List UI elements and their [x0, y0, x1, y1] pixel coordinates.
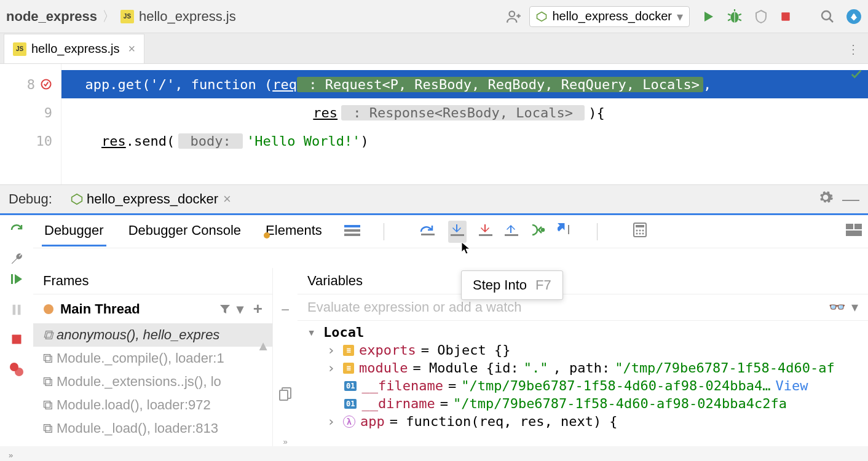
- variable-tree[interactable]: ▾Local ›≡exports = Object {} ›≡module = …: [298, 321, 868, 433]
- search-button[interactable]: [820, 9, 835, 24]
- stack-frame[interactable]: ⧉Module._compile(), loader:1: [33, 347, 272, 370]
- svg-point-22: [636, 229, 637, 231]
- tab-debugger[interactable]: Debugger: [42, 216, 106, 246]
- evaluate-button[interactable]: [633, 223, 647, 241]
- breadcrumb[interactable]: node_express 〉 JS hello_express.js: [6, 7, 236, 26]
- eval-input[interactable]: Evaluate expression or add a watch: [307, 299, 829, 315]
- step-over-button[interactable]: [420, 223, 436, 240]
- svg-rect-21: [636, 225, 644, 227]
- editor-tab[interactable]: JS hello_express.js ×: [4, 34, 144, 63]
- breadcrumb-project[interactable]: node_express: [6, 9, 97, 25]
- svg-marker-9: [72, 194, 82, 205]
- js-file-icon: JS: [13, 42, 26, 56]
- threads-icon[interactable]: [344, 224, 360, 240]
- more-vars-icon[interactable]: »: [283, 437, 287, 446]
- svg-rect-13: [344, 234, 360, 236]
- svg-point-0: [510, 11, 515, 17]
- svg-rect-11: [344, 225, 360, 227]
- code-editor[interactable]: 8 9 10 app.get('/', function (req : Requ…: [0, 64, 868, 184]
- svg-point-36: [15, 368, 23, 376]
- svg-marker-1: [537, 12, 546, 21]
- tab-menu-icon[interactable]: ⋮: [847, 42, 859, 57]
- node-icon: [71, 193, 83, 205]
- step-into-button[interactable]: [448, 221, 467, 243]
- pause-button[interactable]: [10, 303, 23, 318]
- stack-frame[interactable]: ⧉Module._extensions..js(), lo: [33, 370, 272, 393]
- view-link[interactable]: View: [775, 378, 808, 393]
- svg-point-23: [639, 229, 641, 231]
- stop-button[interactable]: [779, 10, 792, 23]
- svg-point-5: [822, 11, 831, 20]
- frames-header: Frames: [33, 268, 272, 294]
- force-step-into-button[interactable]: [479, 223, 492, 240]
- run-button[interactable]: [701, 9, 716, 24]
- chevron-down-icon[interactable]: ▾: [237, 301, 243, 317]
- more-button[interactable]: »: [9, 451, 13, 460]
- close-tab-icon[interactable]: ×: [128, 42, 135, 56]
- copy-icon[interactable]: [279, 387, 291, 403]
- check-icon: [850, 68, 863, 84]
- svg-rect-16: [479, 234, 492, 236]
- svg-point-24: [642, 229, 644, 231]
- drop-frame-button[interactable]: [558, 223, 574, 240]
- collapse-icon[interactable]: −: [281, 301, 290, 318]
- debug-panel-header: Debug: hello_express_docker × —: [0, 184, 868, 215]
- svg-rect-12: [344, 229, 360, 232]
- thread-row[interactable]: Main Thread ▾ +: [33, 294, 272, 323]
- debug-button[interactable]: [727, 9, 743, 25]
- svg-point-10: [264, 232, 270, 238]
- step-out-button[interactable]: [505, 223, 518, 240]
- svg-point-37: [44, 304, 53, 314]
- svg-rect-30: [846, 230, 862, 236]
- gear-icon[interactable]: [818, 189, 834, 209]
- svg-rect-33: [18, 305, 21, 315]
- svg-rect-28: [846, 224, 853, 229]
- resume-button[interactable]: [9, 272, 24, 288]
- breadcrumb-file[interactable]: hello_express.js: [139, 9, 236, 25]
- gutter[interactable]: 8 9 10: [0, 64, 61, 184]
- stop-debug-button[interactable]: [10, 333, 23, 347]
- add-frame-icon[interactable]: +: [253, 299, 262, 318]
- run-config-selector[interactable]: hello_express_docker ▾: [529, 6, 690, 27]
- stack-frame[interactable]: ⧉anonymous(), hello_expres: [33, 323, 272, 347]
- svg-rect-29: [854, 224, 862, 229]
- svg-rect-4: [781, 12, 789, 20]
- stack-frame[interactable]: ⧉Module._load(), loader:813: [33, 417, 272, 440]
- svg-point-27: [642, 232, 644, 234]
- coverage-button[interactable]: [754, 9, 768, 24]
- run-to-cursor-button[interactable]: [531, 223, 545, 240]
- stack-frame[interactable]: ⧉Module.load(), loader:972: [33, 393, 272, 417]
- tab-elements[interactable]: Elements: [263, 216, 325, 246]
- editor-tabs: JS hello_express.js × ⋮: [0, 33, 868, 64]
- user-icon[interactable]: [506, 9, 522, 25]
- svg-rect-31: [11, 274, 13, 284]
- step-into-tooltip: Step Into F7: [461, 270, 563, 300]
- switch-frames-hint[interactable]: Switch frames from anywhere ..×: [33, 440, 272, 446]
- svg-line-6: [829, 18, 833, 22]
- debug-session-tab[interactable]: hello_express_docker: [87, 191, 218, 207]
- variables-header: Variables: [298, 268, 868, 294]
- chevron-down-icon[interactable]: ▾: [851, 299, 858, 315]
- svg-point-18: [542, 229, 544, 231]
- cursor-icon: [460, 241, 473, 256]
- svg-rect-17: [505, 234, 518, 236]
- tab-debugger-console[interactable]: Debugger Console: [126, 216, 243, 246]
- svg-point-26: [639, 232, 641, 234]
- js-file-icon: JS: [120, 10, 134, 23]
- svg-rect-34: [12, 335, 22, 344]
- svg-point-25: [636, 232, 637, 234]
- layout-button[interactable]: [846, 224, 862, 240]
- svg-rect-14: [421, 234, 435, 235]
- glasses-icon[interactable]: 👓: [829, 299, 845, 315]
- svg-rect-38: [280, 390, 288, 400]
- close-session-icon[interactable]: ×: [223, 191, 231, 207]
- settings-wrench-icon[interactable]: [10, 253, 23, 268]
- filter-icon[interactable]: [219, 304, 231, 315]
- sync-button[interactable]: [846, 9, 862, 25]
- rerun-button[interactable]: [9, 223, 24, 239]
- breakpoints-button[interactable]: [9, 362, 24, 379]
- svg-rect-32: [13, 305, 16, 315]
- breakpoint-icon[interactable]: [40, 78, 52, 90]
- svg-rect-15: [451, 234, 464, 236]
- minimize-icon[interactable]: —: [842, 189, 859, 209]
